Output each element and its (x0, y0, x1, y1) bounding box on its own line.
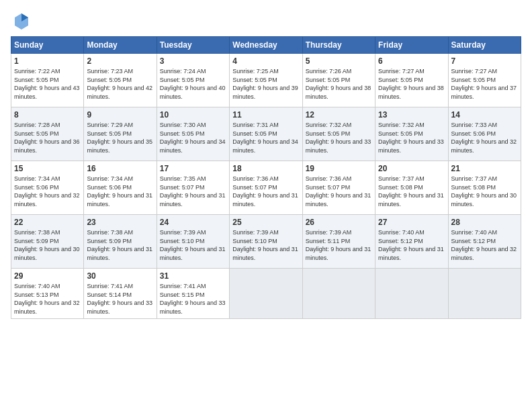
table-row: 14Sunrise: 7:33 AMSunset: 5:06 PMDayligh… (448, 107, 521, 161)
table-row: 16Sunrise: 7:34 AMSunset: 5:06 PMDayligh… (84, 161, 157, 215)
table-row: 10Sunrise: 7:30 AMSunset: 5:05 PMDayligh… (157, 107, 229, 161)
table-row: 30Sunrise: 7:41 AMSunset: 5:14 PMDayligh… (84, 269, 157, 319)
table-row: 5Sunrise: 7:26 AMSunset: 5:05 PMDaylight… (302, 54, 375, 107)
col-sunday: Sunday (11, 37, 84, 54)
table-row: 6Sunrise: 7:27 AMSunset: 5:05 PMDaylight… (375, 54, 448, 107)
table-row: 21Sunrise: 7:37 AMSunset: 5:08 PMDayligh… (448, 161, 521, 215)
table-row: 13Sunrise: 7:32 AMSunset: 5:05 PMDayligh… (375, 107, 448, 161)
col-tuesday: Tuesday (157, 37, 229, 54)
table-row: 7Sunrise: 7:27 AMSunset: 5:05 PMDaylight… (448, 54, 521, 107)
table-row (448, 269, 521, 319)
table-row: 17Sunrise: 7:35 AMSunset: 5:07 PMDayligh… (157, 161, 229, 215)
table-row: 4Sunrise: 7:25 AMSunset: 5:05 PMDaylight… (230, 54, 302, 107)
table-row: 28Sunrise: 7:40 AMSunset: 5:12 PMDayligh… (448, 215, 521, 269)
table-row: 26Sunrise: 7:39 AMSunset: 5:11 PMDayligh… (302, 215, 375, 269)
col-monday: Monday (84, 37, 157, 54)
table-row: 2Sunrise: 7:23 AMSunset: 5:05 PMDaylight… (84, 54, 157, 107)
col-saturday: Saturday (448, 37, 521, 54)
table-row: 22Sunrise: 7:38 AMSunset: 5:09 PMDayligh… (11, 215, 84, 269)
col-thursday: Thursday (302, 37, 375, 54)
header (11, 11, 521, 30)
table-row: 1Sunrise: 7:22 AMSunset: 5:05 PMDaylight… (11, 54, 84, 107)
logo (11, 11, 31, 30)
col-friday: Friday (375, 37, 448, 54)
table-row: 31Sunrise: 7:41 AMSunset: 5:15 PMDayligh… (157, 269, 229, 319)
table-row: 27Sunrise: 7:40 AMSunset: 5:12 PMDayligh… (375, 215, 448, 269)
logo-icon (12, 11, 31, 30)
table-row: 8Sunrise: 7:28 AMSunset: 5:05 PMDaylight… (11, 107, 84, 161)
table-row: 12Sunrise: 7:32 AMSunset: 5:05 PMDayligh… (302, 107, 375, 161)
page: Sunday Monday Tuesday Wednesday Thursday… (0, 0, 532, 411)
col-wednesday: Wednesday (230, 37, 302, 54)
table-row: 9Sunrise: 7:29 AMSunset: 5:05 PMDaylight… (84, 107, 157, 161)
table-row: 19Sunrise: 7:36 AMSunset: 5:07 PMDayligh… (302, 161, 375, 215)
table-row: 23Sunrise: 7:38 AMSunset: 5:09 PMDayligh… (84, 215, 157, 269)
calendar: Sunday Monday Tuesday Wednesday Thursday… (11, 36, 521, 319)
table-row: 15Sunrise: 7:34 AMSunset: 5:06 PMDayligh… (11, 161, 84, 215)
table-row: 3Sunrise: 7:24 AMSunset: 5:05 PMDaylight… (157, 54, 229, 107)
table-row: 18Sunrise: 7:36 AMSunset: 5:07 PMDayligh… (230, 161, 302, 215)
table-row: 24Sunrise: 7:39 AMSunset: 5:10 PMDayligh… (157, 215, 229, 269)
table-row (375, 269, 448, 319)
table-row: 20Sunrise: 7:37 AMSunset: 5:08 PMDayligh… (375, 161, 448, 215)
table-row: 25Sunrise: 7:39 AMSunset: 5:10 PMDayligh… (230, 215, 302, 269)
table-row: 11Sunrise: 7:31 AMSunset: 5:05 PMDayligh… (230, 107, 302, 161)
table-row: 29Sunrise: 7:40 AMSunset: 5:13 PMDayligh… (11, 269, 84, 319)
table-row (230, 269, 302, 319)
table-row (302, 269, 375, 319)
calendar-header-row: Sunday Monday Tuesday Wednesday Thursday… (11, 37, 521, 54)
